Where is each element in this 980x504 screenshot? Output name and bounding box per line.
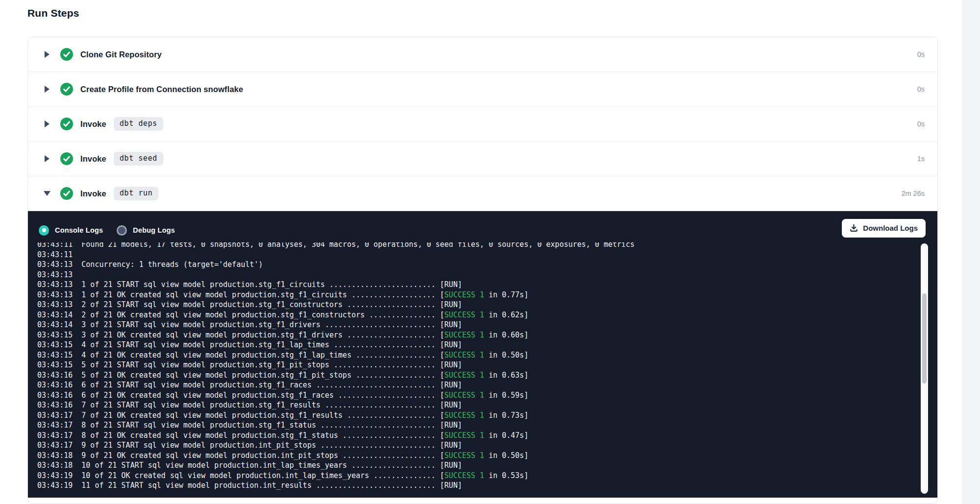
log-line: 03:43:18 9 of 21 OK created sql view mod… bbox=[37, 451, 918, 461]
log-line: 03:43:14 2 of 21 OK created sql view mod… bbox=[37, 310, 918, 320]
page-title: Run Steps bbox=[27, 6, 938, 20]
step-duration: 2m 26s bbox=[901, 190, 925, 197]
log-line: 03:43:19 10 of 21 OK created sql view mo… bbox=[37, 471, 918, 481]
success-check-icon bbox=[60, 48, 73, 61]
log-line: 03:43:17 7 of 21 OK created sql view mod… bbox=[37, 410, 918, 421]
log-line: 03:43:13 2 of 21 START sql view model pr… bbox=[37, 300, 918, 310]
log-line: 03:43:13 Concurrency: 1 threads (target=… bbox=[37, 260, 918, 270]
step-command-badge: dbt deps bbox=[114, 117, 163, 131]
log-line: 03:43:14 3 of 21 START sql view model pr… bbox=[37, 320, 918, 330]
step-command-badge: dbt seed bbox=[114, 152, 163, 166]
success-check-icon bbox=[60, 187, 73, 200]
step-row[interactable]: Invokedbt seed1s bbox=[28, 142, 937, 176]
step-command-badge: dbt run bbox=[114, 187, 158, 200]
console-header: Console LogsDebug Logs Download Logs bbox=[28, 211, 937, 242]
log-line: 03:43:17 8 of 21 OK created sql view mod… bbox=[37, 431, 918, 441]
log-line: 03:43:16 5 of 21 OK created sql view mod… bbox=[37, 370, 918, 381]
step-duration: 0s bbox=[917, 120, 925, 128]
chevron-right-icon[interactable] bbox=[43, 120, 51, 127]
log-line: 03:43:16 6 of 21 START sql view model pr… bbox=[37, 380, 918, 390]
log-line: 03:43:15 4 of 21 START sql view model pr… bbox=[37, 340, 918, 350]
download-icon bbox=[850, 224, 858, 232]
log-line: 03:43:16 6 of 21 OK created sql view mod… bbox=[37, 390, 918, 401]
console-log-content: 03:43:11 Found 21 models, 17 tests, 0 sn… bbox=[37, 242, 918, 491]
run-steps-card: Clone Git Repository0sCreate Profile fro… bbox=[27, 37, 938, 504]
download-logs-button[interactable]: Download Logs bbox=[842, 219, 926, 238]
success-check-icon bbox=[60, 83, 73, 96]
chevron-right-icon[interactable] bbox=[43, 51, 51, 58]
log-tab-label: Debug Logs bbox=[133, 226, 175, 234]
step-duration: 1s bbox=[917, 155, 925, 163]
step-label: Create Profile from Connection snowflake bbox=[80, 85, 243, 94]
console-scrollbar[interactable] bbox=[921, 243, 928, 494]
step-label: Invoke bbox=[80, 120, 106, 129]
log-line: 03:43:19 11 of 21 START sql view model p… bbox=[37, 480, 918, 491]
step-duration: 0s bbox=[917, 85, 925, 93]
page-right-gutter bbox=[962, 0, 980, 504]
log-line: 03:43:11 bbox=[37, 250, 918, 260]
download-logs-label: Download Logs bbox=[863, 224, 918, 232]
console-log-viewport[interactable]: 03:43:11 Found 21 models, 17 tests, 0 sn… bbox=[28, 242, 918, 493]
log-tab-debug-logs[interactable]: Debug Logs bbox=[117, 225, 175, 236]
success-check-icon bbox=[60, 152, 73, 165]
step-duration: 0s bbox=[917, 50, 925, 58]
log-line: 03:43:13 1 of 21 OK created sql view mod… bbox=[37, 290, 918, 300]
log-tab-label: Console Logs bbox=[55, 226, 103, 234]
log-line: 03:43:16 7 of 21 START sql view model pr… bbox=[37, 400, 918, 410]
step-row[interactable]: Clone Git Repository0s bbox=[28, 37, 937, 72]
chevron-right-icon[interactable] bbox=[43, 86, 51, 93]
log-line: 03:43:15 4 of 21 OK created sql view mod… bbox=[37, 350, 918, 360]
radio-unselected-icon[interactable] bbox=[117, 225, 127, 236]
log-line: 03:43:13 bbox=[37, 270, 918, 280]
step-label: Clone Git Repository bbox=[80, 50, 162, 59]
log-line: 03:43:13 1 of 21 START sql view model pr… bbox=[37, 280, 918, 290]
chevron-right-icon[interactable] bbox=[43, 155, 51, 162]
log-line: 03:43:18 10 of 21 START sql view model p… bbox=[37, 460, 918, 471]
log-line: 03:43:15 5 of 21 START sql view model pr… bbox=[37, 360, 918, 370]
log-line: 03:43:17 9 of 21 START sql view model pr… bbox=[37, 440, 918, 451]
log-line: 03:43:17 8 of 21 START sql view model pr… bbox=[37, 420, 918, 431]
console-scrollbar-thumb[interactable] bbox=[922, 293, 927, 384]
step-list: Clone Git Repository0sCreate Profile fro… bbox=[28, 37, 937, 211]
step-label: Invoke bbox=[80, 154, 106, 164]
step-label: Invoke bbox=[80, 189, 106, 198]
log-type-radio-group: Console LogsDebug Logs bbox=[39, 225, 189, 236]
log-line: 03:43:15 3 of 21 OK created sql view mod… bbox=[37, 330, 918, 340]
radio-selected-icon[interactable] bbox=[39, 225, 49, 236]
step-row[interactable]: Invokedbt run2m 26s bbox=[28, 176, 937, 211]
chevron-down-icon[interactable] bbox=[43, 191, 51, 196]
console-panel: Console LogsDebug Logs Download Logs 03:… bbox=[28, 211, 937, 498]
step-row[interactable]: Invokedbt deps0s bbox=[28, 107, 937, 142]
step-row[interactable]: Create Profile from Connection snowflake… bbox=[28, 72, 937, 107]
log-tab-console-logs[interactable]: Console Logs bbox=[39, 225, 103, 236]
run-steps-page: Run Steps Clone Git Repository0sCreate P… bbox=[27, 0, 938, 504]
log-line: 03:43:11 Found 21 models, 17 tests, 0 sn… bbox=[37, 242, 918, 250]
success-check-icon bbox=[60, 118, 73, 130]
